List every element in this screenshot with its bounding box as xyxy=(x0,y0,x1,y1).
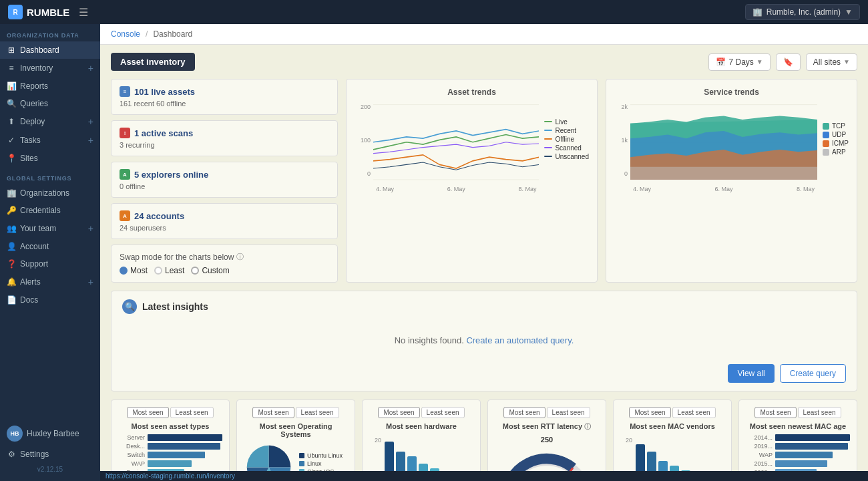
sidebar-item-settings[interactable]: ⚙ Settings xyxy=(0,446,100,463)
bar-fill-switch xyxy=(148,452,205,458)
swap-label: Swap mode for the charts below ⓘ xyxy=(120,252,329,262)
sidebar-item-queries[interactable]: 🔍 Queries xyxy=(0,95,100,112)
explorers-card[interactable]: A 5 explorers online 0 offline xyxy=(111,162,338,198)
sidebar-item-account[interactable]: 👤 Account xyxy=(0,238,100,255)
plus-icon-team[interactable]: + xyxy=(88,223,93,234)
sidebar-item-dashboard[interactable]: ⊞ Dashboard xyxy=(0,41,100,59)
tasks-icon: ✓ xyxy=(7,136,16,145)
support-icon: ❓ xyxy=(7,259,16,269)
mac-age-chart: Most seen Least seen Most seen newest MA… xyxy=(738,399,857,471)
active-scans-title: ! 1 active scans xyxy=(120,128,329,138)
mac-age-most-tab[interactable]: Most seen xyxy=(754,407,796,418)
docs-icon: 📄 xyxy=(7,295,16,305)
bar-age-2014: 2014... xyxy=(746,434,850,441)
hamburger-menu[interactable]: ☰ xyxy=(79,6,88,19)
sidebar-label-tasks: Tasks xyxy=(20,136,41,145)
asset-types-least-tab[interactable]: Least seen xyxy=(170,407,214,418)
sidebar-item-alerts[interactable]: 🔔 Alerts + xyxy=(0,273,100,291)
view-all-button[interactable]: View all xyxy=(728,364,774,383)
calendar-button[interactable]: 📅 7 Days ▼ xyxy=(708,53,770,71)
rtt-least-tab[interactable]: Least seen xyxy=(547,407,590,418)
swap-card: Swap mode for the charts below ⓘ Most Le… xyxy=(111,245,338,283)
inventory-icon: ≡ xyxy=(7,63,16,73)
asset-types-most-tab[interactable]: Most seen xyxy=(127,407,168,418)
avatar: HB xyxy=(7,426,23,442)
sidebar-label-settings: Settings xyxy=(20,450,49,459)
plus-icon-deploy[interactable]: + xyxy=(88,116,93,127)
sidebar-item-organizations[interactable]: 🏢 Organizations xyxy=(0,184,100,202)
sites-button[interactable]: All sites ▼ xyxy=(806,53,857,71)
rtt-title: Most seen RTT latency ⓘ xyxy=(495,422,599,432)
sidebar-label-reports: Reports xyxy=(20,82,48,91)
plus-icon-tasks[interactable]: + xyxy=(88,135,93,146)
os-pie-container: Ubuntu Linux Linux Cisco IOS Google xyxy=(244,442,348,471)
active-scans-card[interactable]: ! 1 active scans 3 recurring xyxy=(111,120,338,156)
legend-offline: Offline xyxy=(555,136,574,143)
hardware-least-tab[interactable]: Least seen xyxy=(421,407,465,418)
explorers-sub: 0 offline xyxy=(120,182,329,190)
os-pie-svg xyxy=(244,442,294,471)
sidebar-item-inventory[interactable]: ≡ Inventory + xyxy=(0,59,100,77)
bar-row-desk: Desk... xyxy=(118,443,222,450)
user-profile[interactable]: HB Huxley Barbee xyxy=(0,422,100,446)
mac-age-title: Most seen newest MAC age xyxy=(746,422,850,430)
breadcrumb-console[interactable]: Console xyxy=(111,29,140,39)
sidebar-item-credentials[interactable]: 🔑 Credentials xyxy=(0,202,100,219)
radio-circle-custom xyxy=(191,267,199,275)
bar-row-switch: Switch xyxy=(118,452,222,458)
legend-linux: Linux xyxy=(307,460,322,467)
service-legend: TCP UDP ICMP ARP xyxy=(817,101,849,188)
y-axis-labels: 200 100 0 xyxy=(355,101,373,188)
bar-fill-wap xyxy=(148,460,192,467)
radio-least[interactable]: Least xyxy=(154,266,184,275)
radio-most[interactable]: Most xyxy=(120,266,148,275)
org-selector[interactable]: 🏢 Rumble, Inc. (admin) ▼ xyxy=(745,4,860,20)
mac-vendors-least-tab[interactable]: Least seen xyxy=(672,407,716,418)
global-settings-label: GLOBAL SETTINGS xyxy=(0,167,100,184)
insights-header: 🔍 Latest insights xyxy=(122,299,846,314)
mac-vendors-most-tab[interactable]: Most seen xyxy=(629,407,670,418)
topbar-right: 🏢 Rumble, Inc. (admin) ▼ xyxy=(745,4,860,20)
sidebar-item-sites[interactable]: 📍 Sites xyxy=(0,150,100,167)
breadcrumb-current: Dashboard xyxy=(153,29,192,39)
sidebar-label-deploy: Deploy xyxy=(20,117,45,126)
radio-circle-most xyxy=(120,267,128,275)
sidebar-item-deploy[interactable]: ⬆ Deploy + xyxy=(0,112,100,131)
asset-trends-chart: Asset trends 200 100 0 xyxy=(346,79,598,283)
days-label: 7 Days xyxy=(728,57,753,67)
bookmark-button[interactable]: 🔖 xyxy=(776,53,801,71)
live-assets-card[interactable]: ≡ 101 live assets 161 recent 60 offline xyxy=(111,79,338,115)
sidebar-item-support[interactable]: ❓ Support xyxy=(0,255,100,273)
plus-icon-alerts[interactable]: + xyxy=(88,277,93,287)
os-tabs: Most seen Least seen xyxy=(244,407,348,418)
hardware-bars: 20 10 xyxy=(369,434,473,471)
accounts-card[interactable]: A 24 accounts 24 superusers xyxy=(111,203,338,239)
legend-ubuntu: Ubuntu Linux xyxy=(307,452,343,459)
radio-custom[interactable]: Custom xyxy=(191,266,229,275)
app-body: ORGANIZATION DATA ⊞ Dashboard ≡ Inventor… xyxy=(0,24,868,481)
breadcrumb-sep: / xyxy=(146,29,148,39)
breadcrumb: Console / Dashboard xyxy=(100,24,868,45)
sidebar-item-tasks[interactable]: ✓ Tasks + xyxy=(0,131,100,150)
bar-mv4 xyxy=(670,466,679,471)
sidebar-item-docs[interactable]: 📄 Docs xyxy=(0,291,100,309)
create-query-button[interactable]: Create query xyxy=(780,364,846,383)
os-most-tab[interactable]: Most seen xyxy=(252,407,294,418)
hardware-y-axis: 20 10 xyxy=(369,437,383,471)
sidebar-item-reports[interactable]: 📊 Reports xyxy=(0,77,100,95)
explorer-icon: A xyxy=(120,169,130,180)
plus-icon[interactable]: + xyxy=(88,63,93,73)
rtt-most-tab[interactable]: Most seen xyxy=(503,407,545,418)
org-name: Rumble, Inc. (admin) xyxy=(767,7,841,17)
radio-circle-least xyxy=(154,267,162,275)
mac-age-least-tab[interactable]: Least seen xyxy=(798,407,841,418)
sidebar-item-your-team[interactable]: 👥 Your team + xyxy=(0,219,100,238)
svg-marker-10 xyxy=(630,167,817,180)
bar-h1 xyxy=(385,442,394,471)
bar-row-server: Server xyxy=(118,434,222,441)
os-least-tab[interactable]: Least seen xyxy=(296,407,339,418)
create-query-link[interactable]: Create an automated query. xyxy=(466,335,574,345)
hardware-most-tab[interactable]: Most seen xyxy=(378,407,419,418)
sidebar-label-dashboard: Dashboard xyxy=(20,45,59,55)
rtt-max-label: 250 xyxy=(495,436,599,444)
